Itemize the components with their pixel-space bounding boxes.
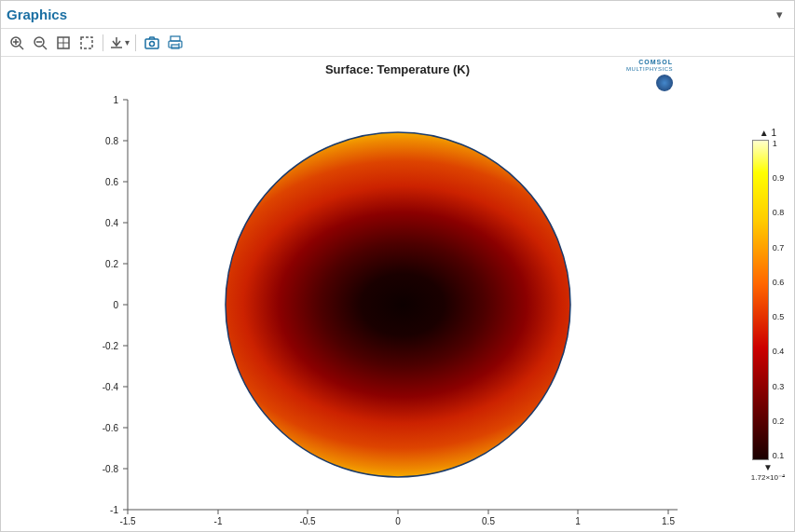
- cb-label-09: 0.9: [773, 174, 785, 183]
- svg-text:-0.8: -0.8: [102, 464, 118, 474]
- svg-text:0.8: 0.8: [105, 136, 118, 146]
- svg-rect-10: [81, 37, 92, 48]
- titlebar-left: Graphics: [7, 7, 73, 22]
- screenshot-button[interactable]: [142, 33, 162, 53]
- svg-text:0: 0: [395, 516, 401, 526]
- colorbar-top-arrow: ▲ 1: [760, 128, 776, 138]
- chart-container: -1.5 -1 -0.5 0 0.5 1 1.5: [1, 78, 794, 531]
- colorbar-labels: 1 0.9 0.8 0.7 0.6 0.5 0.4 0.3 0.2 0.1: [773, 140, 785, 460]
- chart-svg: -1.5 -1 -0.5 0 0.5 1 1.5: [81, 81, 715, 528]
- svg-text:1: 1: [575, 516, 581, 526]
- svg-text:1: 1: [113, 95, 118, 105]
- cb-label-06: 0.6: [773, 279, 785, 287]
- app-container: Graphics ▾ ▾: [0, 0, 795, 532]
- collapse-button[interactable]: ▾: [770, 6, 788, 24]
- svg-text:-1: -1: [110, 505, 118, 515]
- svg-rect-15: [171, 36, 180, 41]
- svg-point-14: [150, 41, 155, 46]
- plot-area: Surface: Temperature (K) COMSOL MULTIPHY…: [1, 57, 794, 531]
- titlebar-right: ▾: [770, 6, 788, 24]
- svg-text:-0.2: -0.2: [102, 341, 118, 351]
- zoom-in-button[interactable]: [7, 33, 27, 53]
- zoom-region-button[interactable]: [76, 33, 97, 53]
- toolbar: ▾: [1, 29, 794, 57]
- cb-label-03: 0.3: [773, 383, 785, 391]
- svg-text:0.4: 0.4: [105, 218, 118, 228]
- cb-label-08: 0.8: [773, 209, 785, 217]
- cb-label-01: 0.1: [773, 452, 785, 460]
- view-dropdown[interactable]: ▾: [109, 35, 130, 50]
- colorbar-wrapper: 1 0.9 0.8 0.7 0.6 0.5 0.4 0.3 0.2 0.1: [752, 140, 785, 460]
- svg-text:-1.5: -1.5: [119, 516, 136, 526]
- zoom-extents-button[interactable]: [53, 33, 74, 53]
- svg-text:0.2: 0.2: [105, 259, 118, 269]
- cb-label-02: 0.2: [773, 417, 785, 426]
- colorbar-container: ▲ 1 1 0.9 0.8 0.7 0.6 0.5 0.4 0.3 0.2: [751, 128, 785, 482]
- toolbar-separator-1: [103, 34, 103, 51]
- svg-text:0.6: 0.6: [105, 177, 118, 187]
- titlebar: Graphics ▾: [1, 1, 794, 29]
- cb-label-05: 0.5: [773, 313, 785, 321]
- comsol-brand: COMSOL: [626, 59, 673, 66]
- svg-line-1: [20, 46, 23, 49]
- cb-label-1: 1: [773, 140, 785, 148]
- svg-text:-1: -1: [213, 516, 222, 526]
- comsol-sub: MULTIPHYSICS: [626, 66, 673, 73]
- dropdown-arrow: ▾: [125, 37, 130, 48]
- window-title: Graphics: [7, 7, 67, 22]
- print-button[interactable]: [165, 33, 185, 53]
- svg-text:0: 0: [113, 300, 118, 310]
- cb-label-04: 0.4: [773, 348, 785, 356]
- zoom-out-button[interactable]: [30, 33, 50, 53]
- content-area: Surface: Temperature (K) COMSOL MULTIPHY…: [1, 57, 794, 531]
- colorbar-bottom-value: 1.72×10⁻⁴: [751, 473, 785, 482]
- toolbar-separator-2: [135, 34, 136, 51]
- svg-point-18: [178, 43, 180, 45]
- svg-line-5: [43, 46, 47, 49]
- plot-title: Surface: Temperature (K): [325, 62, 470, 76]
- svg-text:-0.4: -0.4: [102, 382, 118, 392]
- colorbar-gradient: [752, 140, 769, 460]
- svg-rect-17: [171, 45, 179, 48]
- svg-text:-0.6: -0.6: [102, 423, 118, 433]
- svg-rect-13: [145, 39, 158, 48]
- svg-text:-0.5: -0.5: [299, 516, 316, 526]
- svg-text:0.5: 0.5: [482, 516, 495, 526]
- cb-label-07: 0.7: [773, 244, 785, 252]
- colorbar-bottom-arrow: ▼: [763, 462, 773, 472]
- svg-text:1.5: 1.5: [662, 516, 675, 526]
